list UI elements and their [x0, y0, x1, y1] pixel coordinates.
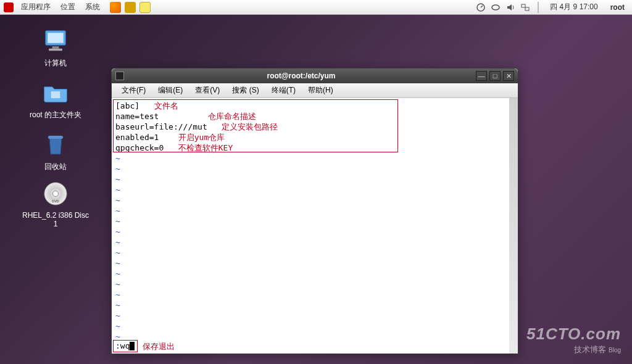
- anno-filename: 文件名: [154, 101, 178, 110]
- svg-rect-9: [51, 91, 60, 98]
- svg-rect-8: [49, 49, 62, 51]
- top-panel: 应用程序 位置 系统 四 4月 9 17:00 root: [0, 0, 632, 15]
- menu-view[interactable]: 查看(V): [189, 85, 226, 96]
- svg-rect-7: [52, 46, 59, 49]
- menu-bar: 文件(F) 编辑(E) 查看(V) 搜索 (S) 终端(T) 帮助(H): [112, 83, 518, 98]
- desktop-icon-dvd[interactable]: DVD RHEL_6.2 i386 Disc 1: [22, 180, 89, 228]
- empty-line: ~: [115, 310, 505, 321]
- disk-icon[interactable]: [491, 2, 501, 12]
- svg-rect-3: [522, 4, 525, 7]
- anno-enable: 开启yum仓库: [178, 133, 225, 142]
- svg-point-2: [492, 5, 499, 10]
- cursor-icon: [130, 342, 135, 350]
- gauge-icon[interactable]: [476, 2, 486, 12]
- desktop-icon-computer[interactable]: 计算机: [22, 27, 89, 68]
- cfg-enabled: enabled=1: [115, 133, 159, 142]
- empty-line: ~: [115, 163, 505, 174]
- clock[interactable]: 四 4月 9 17:00: [546, 2, 601, 12]
- terminal-body[interactable]: [abc] 文件名 name=test 仓库命名描述 baseurl=file:…: [112, 98, 518, 354]
- empty-line: ~: [115, 279, 505, 289]
- menu-applications[interactable]: 应用程序: [16, 2, 56, 12]
- watermark-tag: Blog: [609, 347, 621, 354]
- notes-icon[interactable]: [139, 2, 151, 13]
- empty-line: ~: [115, 289, 505, 300]
- empty-line: ~: [115, 205, 505, 216]
- menu-terminal[interactable]: 终端(T): [265, 85, 302, 96]
- minimize-button[interactable]: —: [476, 71, 487, 81]
- cfg-name: name=test: [115, 112, 159, 121]
- watermark-site: 51CTO.com: [526, 325, 621, 344]
- empty-line: ~: [115, 174, 505, 184]
- close-button[interactable]: ✕: [503, 71, 514, 81]
- anno-path: 定义安装包路径: [222, 122, 278, 131]
- folder-icon: [42, 80, 69, 105]
- desktop-icon-home[interactable]: root 的主文件夹: [22, 79, 89, 120]
- vim-command: :wq: [115, 341, 130, 350]
- menu-search[interactable]: 搜索 (S): [226, 85, 265, 96]
- empty-line: ~: [115, 268, 505, 279]
- svg-text:DVD: DVD: [52, 199, 59, 203]
- dvd-icon: DVD: [42, 181, 69, 206]
- cfg-section: [abc]: [115, 101, 139, 110]
- empty-line: ~: [115, 226, 505, 237]
- desktop-label-home: root 的主文件夹: [22, 110, 89, 120]
- terminal-window: root@root:/etc/yum — □ ✕ 文件(F) 编辑(E) 查看(…: [111, 68, 518, 354]
- empty-line: ~: [115, 216, 505, 226]
- empty-line: ~: [115, 321, 505, 331]
- empty-line: ~: [115, 258, 505, 268]
- desktop-label-dvd: RHEL_6.2 i386 Disc 1: [22, 211, 89, 228]
- menu-help[interactable]: 帮助(H): [302, 85, 339, 96]
- separator: [538, 2, 539, 13]
- menu-file[interactable]: 文件(F): [115, 85, 152, 96]
- title-bar[interactable]: root@root:/etc/yum — □ ✕: [112, 68, 518, 83]
- svg-rect-10: [48, 136, 63, 139]
- redhat-icon: [4, 2, 14, 12]
- empty-line: ~: [115, 153, 505, 163]
- empty-line: ~: [115, 300, 505, 310]
- package-updater-icon[interactable]: [125, 2, 136, 13]
- cfg-baseurl: baseurl=file:///mut: [115, 122, 207, 131]
- svg-rect-6: [48, 33, 63, 43]
- maximize-button[interactable]: □: [489, 71, 501, 81]
- desktop-icon-trash[interactable]: 回收站: [22, 131, 89, 172]
- watermark: 51CTO.com 技术博客 Blog: [526, 325, 621, 355]
- trash-icon: [42, 132, 69, 157]
- user-menu[interactable]: root: [607, 3, 628, 12]
- empty-line: ~: [115, 184, 505, 195]
- menu-edit[interactable]: 编辑(E): [152, 85, 189, 96]
- watermark-sub: 技术博客: [574, 345, 606, 354]
- network-icon[interactable]: [520, 2, 530, 12]
- desktop-label-computer: 计算机: [22, 58, 89, 68]
- firefox-icon[interactable]: [110, 2, 121, 13]
- empty-line: ~: [115, 247, 505, 258]
- anno-repodesc: 仓库命名描述: [208, 112, 256, 121]
- anno-save-exit: 保存退出: [143, 341, 175, 352]
- empty-line: ~: [115, 195, 505, 205]
- cfg-gpgcheck: gpgcheck=0: [115, 143, 164, 152]
- svg-rect-4: [525, 7, 529, 10]
- menu-system[interactable]: 系统: [80, 2, 105, 12]
- desktop-label-trash: 回收站: [22, 162, 89, 172]
- menu-places[interactable]: 位置: [56, 2, 80, 12]
- empty-line: ~: [115, 237, 505, 247]
- svg-line-1: [481, 6, 483, 7]
- volume-icon[interactable]: [505, 2, 515, 12]
- computer-icon: [42, 28, 69, 53]
- empty-line: ~: [115, 331, 505, 342]
- svg-point-12: [52, 191, 58, 196]
- anno-gpg: 不检查软件KEY: [178, 143, 233, 152]
- terminal-icon: [115, 72, 124, 80]
- window-title: root@root:/etc/yum: [129, 72, 473, 80]
